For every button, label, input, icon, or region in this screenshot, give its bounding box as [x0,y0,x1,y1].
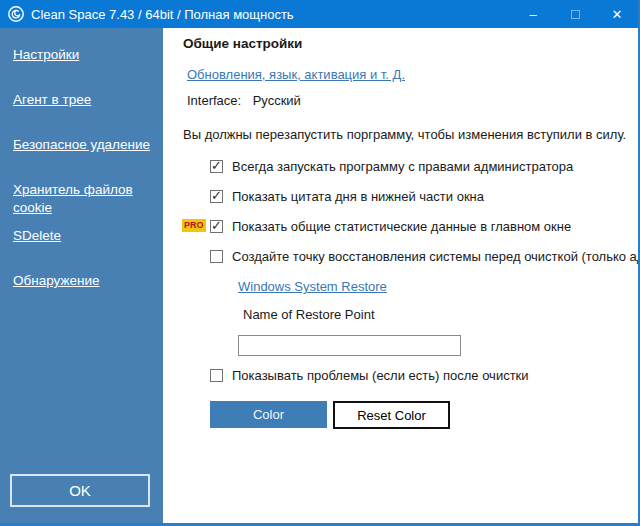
sidebar: Настройки Агент в трее Безопасное удален… [0,28,163,523]
checkbox-label: Показать общие статистические данные в г… [232,219,571,234]
close-button[interactable]: ✕ [596,0,638,28]
settings-panel: Общие настройки Обновления, язык, актива… [163,28,638,523]
app-logo-icon [7,5,25,23]
sidebar-item-cookie-keeper[interactable]: Хранитель файлов cookie [13,181,133,217]
check-icon: ✓ [211,218,222,233]
checkbox-row-quote-of-day: ✓ Показать цитата дня в нижней части окн… [210,189,638,204]
maximize-button[interactable] [554,0,596,28]
interface-row: Interface: Русский [187,93,638,108]
updates-language-link[interactable]: Обновления, язык, активация и т. Д. [187,67,405,82]
sidebar-item-tray-agent[interactable]: Агент в трее [13,91,155,109]
sidebar-item-secure-delete[interactable]: Безопасное удаление [13,136,155,154]
color-button[interactable]: Color [210,401,327,428]
pro-badge: PRO [182,219,206,232]
reset-color-button[interactable]: Reset Color [333,401,450,429]
window-controls: – ✕ [512,0,638,28]
window-title: Clean Space 7.43 / 64bit / Полная мощнос… [31,7,512,22]
checkbox-label: Создайте точку восстановления системы пе… [232,249,638,264]
restore-block: Windows System Restore Name of Restore P… [238,279,638,356]
maximize-icon [571,10,580,19]
titlebar: Clean Space 7.43 / 64bit / Полная мощнос… [0,0,638,28]
color-buttons-row: Color Reset Color [210,401,638,429]
checkbox-row-show-problems: Показывать проблемы (если есть) после оч… [210,368,638,383]
restore-point-name-label: Name of Restore Point [243,307,638,322]
ok-button[interactable]: OK [10,474,150,507]
sidebar-item-settings[interactable]: Настройки [13,46,155,64]
check-icon: ✓ [211,188,222,203]
restart-notice: Вы должны перезапустить порграмму, чтобы… [183,127,638,142]
run-as-admin-checkbox[interactable]: ✓ [210,160,223,173]
windows-system-restore-link[interactable]: Windows System Restore [238,279,387,294]
window-body: Настройки Агент в трее Безопасное удален… [0,28,638,523]
minimize-button[interactable]: – [512,0,554,28]
restore-point-name-input[interactable] [238,335,461,356]
interface-language-value[interactable]: Русский [253,93,301,108]
checkbox-row-run-as-admin: ✓ Всегда запускать программу с правами а… [210,159,638,174]
checkbox-row-statistics: PRO ✓ Показать общие статистические данн… [210,219,638,234]
app-window: Clean Space 7.43 / 64bit / Полная мощнос… [0,0,640,526]
checkbox-row-restore-point: Создайте точку восстановления системы пе… [210,249,638,264]
interface-label: Interface: [187,93,249,108]
restore-point-checkbox[interactable] [210,250,223,263]
checkbox-label: Показать цитата дня в нижней части окна [232,189,484,204]
show-problems-checkbox[interactable] [210,369,223,382]
sidebar-item-sdelete[interactable]: SDelete [13,227,155,245]
checkbox-label: Показывать проблемы (если есть) после оч… [232,368,529,383]
page-title: Общие настройки [183,36,638,51]
checkbox-label: Всегда запускать программу с правами адм… [232,159,573,174]
quote-of-day-checkbox[interactable]: ✓ [210,190,223,203]
statistics-checkbox[interactable]: ✓ [210,220,223,233]
check-icon: ✓ [211,158,222,173]
sidebar-item-detection[interactable]: Обнаружение [13,272,155,290]
